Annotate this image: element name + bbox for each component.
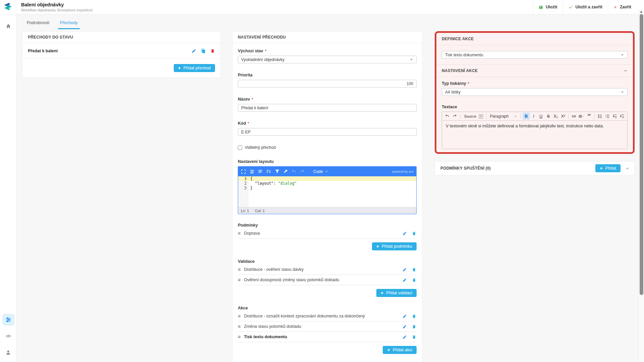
transition-settings-body: Výchozí stav* Vyskladnění objednávky Pri…	[232, 43, 422, 362]
page-subtitle: Workflow objednávky (Komplexní expedice)	[21, 8, 93, 12]
transition-list-item[interactable]: Předat k balení	[22, 43, 220, 59]
page-scrollbar[interactable]	[638, 9, 644, 362]
redo-icon[interactable]	[451, 113, 458, 120]
drag-handle-icon[interactable]: ≡	[238, 277, 240, 283]
scroll-up-arrow[interactable]	[640, 11, 643, 13]
add-condition-button[interactable]: + Přidat podmínku	[372, 242, 417, 250]
superscript-button[interactable]: X²	[559, 113, 567, 120]
chevron-up-icon[interactable]	[624, 69, 628, 73]
save-and-close-button[interactable]: Uložit a zavřít	[562, 0, 608, 14]
compact-icon[interactable]	[258, 169, 263, 174]
page-header: Balení objednávky Workflow objednávky (K…	[16, 0, 644, 14]
chevron-down-icon[interactable]	[625, 166, 630, 171]
action-definition-body: Tisk textu dokumentu	[436, 45, 633, 65]
copy-icon[interactable]	[201, 48, 206, 53]
add-run-condition-button[interactable]: + Přidat	[595, 164, 621, 172]
save-label: Uložit	[546, 5, 557, 9]
printer-type-select[interactable]: A4 štítky	[442, 88, 628, 96]
sort-icon[interactable]	[266, 169, 271, 174]
edit-pencil-icon[interactable]	[402, 231, 407, 236]
home-icon[interactable]	[0, 20, 16, 32]
edit-pencil-icon[interactable]	[402, 278, 407, 283]
app-logo[interactable]	[0, 0, 16, 14]
chevron-down-icon	[410, 58, 413, 61]
drag-handle-icon[interactable]: ≡	[238, 313, 240, 319]
visible-transition-checkbox[interactable]	[238, 145, 242, 150]
condition-name: Doprava	[244, 231, 260, 236]
delete-trash-icon[interactable]	[412, 335, 417, 340]
undo-icon[interactable]	[444, 113, 451, 120]
undo-icon[interactable]	[291, 169, 297, 174]
subscript-button[interactable]: X₂	[552, 113, 559, 120]
paragraph-dropdown[interactable]: Paragraph	[488, 113, 519, 120]
condition-row[interactable]: ≡ Doprava	[238, 228, 417, 239]
priority-input[interactable]	[238, 80, 417, 87]
add-action-button[interactable]: + Přidat akci	[383, 346, 417, 354]
workflow-settings-icon[interactable]	[2, 314, 14, 326]
close-button[interactable]: Zavřít	[608, 0, 637, 14]
action-row[interactable]: ≡ Distribuce - označit kontext zpracován…	[238, 311, 417, 321]
delete-trash-icon[interactable]	[412, 324, 417, 329]
delete-trash-icon[interactable]	[412, 267, 417, 272]
scrollbar-thumb[interactable]	[640, 14, 643, 295]
tab-transitions[interactable]: Přechody	[59, 17, 78, 28]
tab-details[interactable]: Podrobnosti	[26, 17, 50, 28]
add-validation-button[interactable]: + Přidat validaci	[376, 289, 417, 297]
delete-trash-icon[interactable]	[412, 314, 417, 319]
format-icon[interactable]	[249, 169, 255, 174]
validation-row[interactable]: ≡ Ověření dostupnosti změny stavu potomk…	[238, 275, 417, 285]
json-layout-editor[interactable]: Code powered by ace 1 ▾ {	[238, 166, 417, 214]
delete-trash-icon[interactable]	[412, 231, 417, 236]
drag-handle-icon[interactable]: ≡	[238, 334, 240, 340]
drag-handle-icon[interactable]: ≡	[238, 231, 240, 236]
validation-row[interactable]: ≡ Distribuce - ověření stavu dávky	[238, 264, 417, 275]
code-input[interactable]	[238, 128, 417, 136]
bulleted-list-icon[interactable]	[596, 113, 603, 120]
redo-icon[interactable]	[300, 169, 305, 174]
expand-icon[interactable]	[241, 169, 246, 174]
select-all-icon[interactable]	[477, 113, 484, 120]
table-dropdown[interactable]	[578, 113, 585, 120]
indent-icon[interactable]	[619, 113, 626, 120]
edit-pencil-icon[interactable]	[402, 267, 407, 272]
source-button[interactable]: Source	[462, 113, 477, 120]
save-button[interactable]: Uložit	[533, 0, 562, 14]
code-view-icon[interactable]: </>	[0, 330, 16, 342]
italic-button[interactable]: I	[530, 113, 537, 120]
edit-pencil-icon[interactable]	[402, 335, 407, 340]
action-type-select[interactable]: Tisk textu dokumentu	[442, 51, 628, 59]
brand-zigzag-icon	[4, 2, 12, 12]
repair-wrench-icon[interactable]	[283, 169, 288, 174]
edit-pencil-icon[interactable]	[191, 48, 196, 53]
outdent-icon[interactable]	[611, 113, 618, 120]
strikethrough-button[interactable]: S	[545, 113, 552, 120]
name-input[interactable]	[238, 104, 417, 112]
drag-handle-icon[interactable]: ≡	[238, 324, 240, 329]
action-row-selected[interactable]: ≡ Tisk textu dokumentu	[238, 332, 417, 342]
run-conditions-card: PODMÍNKY SPUŠTĚNÍ (0) + Přidat	[435, 161, 635, 175]
toolbar-separator	[594, 114, 595, 119]
fold-triangle-icon[interactable]: ▾	[246, 176, 247, 181]
table-icon	[579, 114, 582, 119]
save-and-close-label: Uložit a zavřít	[575, 5, 602, 9]
rte-content[interactable]: V textovém okně si můžete definovat a fo…	[442, 121, 627, 149]
delete-trash-icon[interactable]	[412, 278, 417, 283]
action-row[interactable]: ≡ Změna stavu potomků dokladu	[238, 321, 417, 332]
chevron-down-icon	[325, 170, 328, 173]
edit-pencil-icon[interactable]	[402, 314, 407, 319]
user-profile-icon[interactable]	[0, 347, 16, 358]
bold-button[interactable]: B	[523, 113, 530, 120]
filter-funnel-icon[interactable]	[274, 169, 280, 174]
edit-pencil-icon[interactable]	[402, 324, 407, 329]
editor-mode-menu[interactable]: Code	[313, 169, 328, 174]
drag-handle-icon[interactable]: ≡	[238, 267, 240, 272]
blockquote-icon[interactable]: “	[586, 113, 593, 120]
underline-button[interactable]: U	[537, 113, 544, 120]
add-transition-button[interactable]: + Přidat přechod	[174, 64, 215, 72]
action-definition-title: DEFINICE AKCE	[436, 33, 633, 45]
delete-trash-icon[interactable]	[210, 48, 215, 53]
source-state-select[interactable]: Vyskladnění objednávky	[238, 56, 417, 63]
link-icon[interactable]	[570, 113, 577, 120]
numbered-list-icon[interactable]	[604, 113, 611, 120]
json-editor-body[interactable]: 1 ▾ { 2 "layout": "dialog" 3 }	[238, 176, 416, 207]
